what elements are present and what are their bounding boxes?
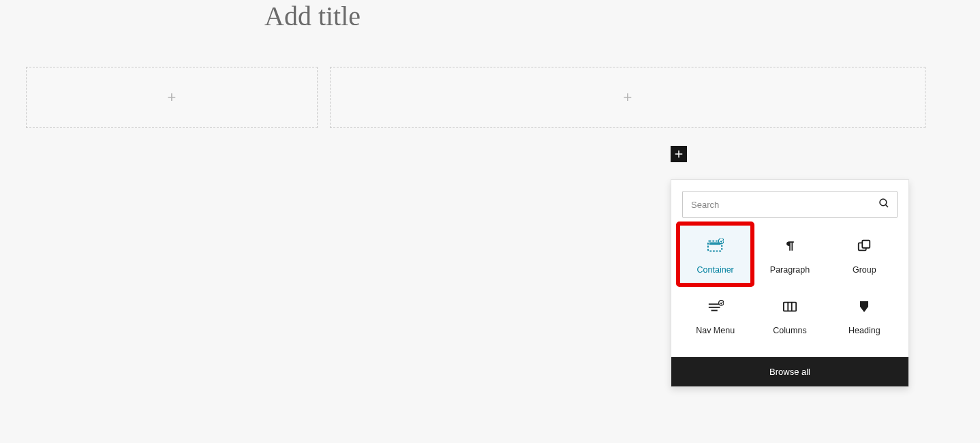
columns-row: + +: [26, 67, 925, 128]
search-icon: [878, 197, 890, 212]
nav-menu-icon: [707, 299, 724, 315]
paragraph-icon: [782, 238, 798, 254]
svg-point-12: [718, 301, 723, 305]
block-item-heading[interactable]: Heading: [827, 285, 902, 345]
block-item-paragraph[interactable]: Paragraph: [752, 224, 827, 285]
block-label: Group: [853, 265, 876, 275]
block-inserter-popover: Container Paragraph Group: [671, 179, 909, 387]
plus-icon: +: [624, 90, 632, 105]
block-item-group[interactable]: Group: [827, 224, 902, 285]
container-icon: [707, 238, 724, 254]
svg-rect-13: [784, 303, 796, 311]
add-block-button[interactable]: [671, 146, 687, 162]
block-label: Columns: [773, 326, 806, 335]
block-label: Heading: [848, 326, 881, 335]
search-wrap: [671, 180, 908, 218]
search-box[interactable]: [682, 191, 898, 218]
svg-point-6: [718, 239, 724, 243]
svg-point-2: [880, 199, 887, 206]
block-item-columns[interactable]: Columns: [752, 285, 827, 345]
block-search-input[interactable]: [691, 200, 878, 210]
column-placeholder-right[interactable]: +: [330, 67, 925, 128]
svg-line-3: [886, 205, 888, 207]
block-label: Nav Menu: [696, 326, 735, 335]
block-label: Paragraph: [770, 265, 810, 275]
group-icon: [856, 238, 872, 254]
block-label: Container: [697, 265, 734, 275]
plus-icon: +: [168, 90, 177, 105]
heading-icon: [856, 299, 872, 315]
block-item-nav-menu[interactable]: Nav Menu: [678, 285, 752, 345]
browse-all-button[interactable]: Browse all: [671, 357, 908, 386]
column-placeholder-left[interactable]: +: [26, 67, 318, 128]
columns-icon: [782, 299, 798, 315]
plus-icon: [673, 148, 685, 160]
blocks-grid: Container Paragraph Group: [671, 218, 908, 357]
block-item-container[interactable]: Container: [678, 224, 752, 285]
svg-rect-8: [863, 241, 870, 248]
post-title-placeholder[interactable]: Add title: [264, 0, 361, 32]
